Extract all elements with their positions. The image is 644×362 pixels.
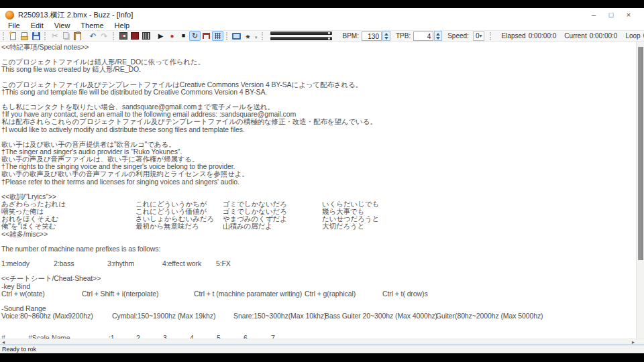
text-line: <<歌詞/"Lryics">> bbox=[1, 192, 636, 200]
volume-bar-right[interactable] bbox=[270, 37, 332, 40]
loop-toggle-button[interactable]: ↻ bbox=[189, 31, 201, 41]
spin-down-icon[interactable] bbox=[436, 37, 440, 40]
copy-icon bbox=[63, 32, 68, 39]
menu-item-file[interactable]: File bbox=[3, 21, 25, 30]
text-line: Voice:80~860hz (Max9200hz)Cymbal:150~190… bbox=[1, 312, 636, 319]
text-line: 歌い手の声及び音声ファイルは、歌い手に著作権が帰属する。 bbox=[1, 155, 636, 162]
pattern-follow-button[interactable] bbox=[212, 31, 223, 41]
bpm-spinner: 130 bbox=[362, 31, 390, 41]
menu-bar: FileEditViewThemeHelp bbox=[0, 21, 644, 30]
redo-button[interactable]: ↷ bbox=[99, 31, 110, 41]
text-line bbox=[1, 326, 636, 334]
cut-button[interactable]: ✂ bbox=[49, 31, 60, 41]
undo-icon: ↶ bbox=[89, 32, 96, 40]
pattern-follow-icon bbox=[215, 33, 221, 39]
spin-up-icon[interactable] bbox=[384, 33, 388, 36]
text-line: †I would like to actively modify and dis… bbox=[1, 125, 636, 133]
redo-icon: ↷ bbox=[101, 32, 107, 40]
tpb-input[interactable]: 4 bbox=[413, 32, 433, 41]
pattern-view-icon bbox=[131, 32, 139, 40]
menu-item-view[interactable]: View bbox=[49, 21, 76, 30]
screen: R250913.横江 2.bmx - Buzz - [Info] – □ × F… bbox=[0, 0, 644, 362]
text-line: 歌い手の歌声及び歌い手の音声ファイルの利用規約とライセンスを参照せよ。 bbox=[1, 170, 636, 177]
vertical-scrollbar-thumb[interactable] bbox=[638, 47, 643, 260]
text-line: 俺"を"ほくそ笑む最初から無意味だろ山積みの屑だよ大切だろうと bbox=[1, 222, 636, 229]
bpm-label: BPM: bbox=[343, 32, 359, 40]
text-line bbox=[1, 185, 636, 192]
text-line bbox=[1, 267, 636, 274]
speed-dropdown[interactable]: 0 ▾ bbox=[473, 32, 485, 41]
time-display: Elapsed 0:00:00:0 Current 0:00:00:0 Loop… bbox=[501, 32, 644, 40]
monitor-button[interactable] bbox=[231, 31, 242, 41]
machine-view-button[interactable] bbox=[117, 31, 129, 41]
text-line: -key Bind bbox=[1, 282, 636, 290]
vertical-scrollbar[interactable] bbox=[636, 42, 644, 339]
toolbar-grip[interactable] bbox=[113, 32, 115, 40]
volume-bar-left[interactable] bbox=[270, 32, 332, 35]
text-line: †Please refer to their terms and license… bbox=[1, 178, 636, 185]
text-line bbox=[1, 297, 636, 304]
text-line bbox=[1, 252, 636, 259]
bpm-input[interactable]: 130 bbox=[362, 32, 382, 41]
toolbar-grip[interactable] bbox=[262, 32, 264, 40]
record-button[interactable]: ● bbox=[166, 31, 178, 41]
master-volume-slider[interactable] bbox=[270, 32, 332, 40]
text-line: This song file was created by 錆人形/RE_DO. bbox=[1, 65, 636, 72]
text-line bbox=[1, 237, 636, 245]
undo-button[interactable]: ↶ bbox=[87, 31, 99, 41]
toolbar-grip[interactable] bbox=[44, 32, 47, 40]
spin-up-icon[interactable] bbox=[436, 33, 440, 36]
cpu-button[interactable]: * bbox=[242, 31, 254, 41]
info-text[interactable]: <<特記事項/Special notes>>このプロジェクトファイルは錆人形/R… bbox=[0, 42, 636, 339]
speed-label: Speed: bbox=[447, 32, 469, 40]
minimize-button[interactable]: – bbox=[585, 9, 602, 20]
tpb-spin-buttons[interactable] bbox=[434, 31, 442, 41]
text-line: <<特記事項/Special notes>> bbox=[1, 43, 636, 50]
elapsed-value: 0:00:00:0 bbox=[529, 32, 557, 40]
volume-thumb[interactable] bbox=[328, 32, 330, 34]
close-button[interactable]: × bbox=[620, 9, 637, 20]
text-line: おれをほくそえむさいしょからむいみだろやまづみのくずだよたいせつだろうと bbox=[1, 215, 636, 222]
elapsed-label: Elapsed bbox=[501, 32, 525, 40]
text-line bbox=[1, 50, 636, 58]
paste-button[interactable] bbox=[72, 31, 83, 41]
text-line: もし私にコンタクトを取りたい場合、sandsquare@gmail.comまで電… bbox=[1, 103, 636, 110]
new-file-button[interactable] bbox=[7, 31, 19, 41]
text-line bbox=[1, 95, 636, 103]
toolbar-grip[interactable] bbox=[226, 32, 229, 40]
volume-thumb[interactable] bbox=[328, 38, 330, 40]
record-mode-button[interactable] bbox=[201, 31, 212, 41]
stop-icon: ■ bbox=[182, 33, 185, 39]
text-line: -Sound Range bbox=[1, 304, 636, 312]
maximize-button[interactable]: □ bbox=[602, 9, 620, 20]
monitor-icon bbox=[232, 33, 241, 40]
machine-view-icon bbox=[119, 32, 127, 40]
copy-button[interactable] bbox=[60, 31, 72, 41]
text-line: 嘲笑った俺はこれにどういう価値がゴミでしかないだろ幾ら大事でも bbox=[1, 207, 636, 215]
current-label: Current bbox=[564, 32, 586, 40]
sequence-view-icon bbox=[142, 32, 150, 40]
window-controls: – □ × bbox=[585, 9, 644, 20]
window-title: R250913.横江 2.bmx - Buzz - [Info] bbox=[18, 10, 133, 20]
play-icon: ▶ bbox=[158, 33, 164, 40]
toolbar-grip[interactable] bbox=[490, 32, 492, 40]
menu-item-edit[interactable]: Edit bbox=[25, 21, 49, 30]
stop-button[interactable]: ■ bbox=[178, 31, 189, 41]
letterbox-bottom bbox=[0, 353, 644, 362]
text-line bbox=[1, 133, 636, 140]
text-line: <<チートシート/Cheat-Sheat>> bbox=[1, 274, 636, 282]
sequence-view-button[interactable] bbox=[140, 31, 152, 41]
open-file-button[interactable] bbox=[19, 31, 30, 41]
text-line: †The rights to the singing voice and the… bbox=[1, 162, 636, 170]
save-button[interactable] bbox=[30, 31, 42, 41]
toolbar-overflow-icon[interactable]: ▾ bbox=[255, 35, 258, 40]
menu-item-theme[interactable]: Theme bbox=[75, 21, 109, 30]
horizontal-scrollbar[interactable]: ◂ ▸ bbox=[0, 339, 644, 345]
pattern-view-button[interactable] bbox=[129, 31, 140, 41]
play-button[interactable]: ▶ bbox=[155, 31, 166, 41]
spin-down-icon[interactable] bbox=[384, 37, 388, 40]
toolbar-grip[interactable] bbox=[3, 32, 5, 40]
menu-item-help[interactable]: Help bbox=[109, 21, 136, 30]
tpb-label: TPB: bbox=[396, 32, 411, 40]
bpm-spin-buttons[interactable] bbox=[382, 31, 390, 41]
